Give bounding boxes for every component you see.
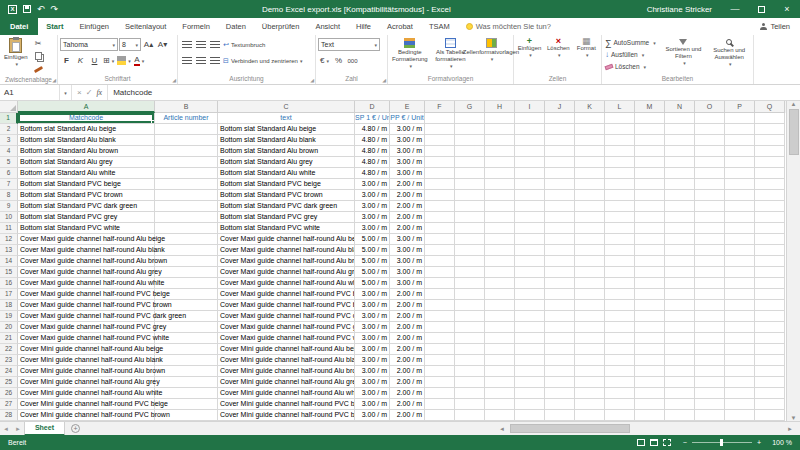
column-header-K[interactable]: K <box>575 101 605 113</box>
row-header-15[interactable]: 15 <box>0 267 18 278</box>
cell-J7[interactable] <box>545 179 575 190</box>
cell-O9[interactable] <box>695 201 725 212</box>
cell-E24[interactable]: 2.00 / m <box>390 366 425 377</box>
cell-F6[interactable] <box>425 168 455 179</box>
sheet-tab-sheet[interactable]: Sheet <box>24 422 65 436</box>
cell-I8[interactable] <box>515 190 545 201</box>
tell-me-box[interactable]: Was möchten Sie tun? <box>458 22 559 31</box>
cell-P26[interactable] <box>725 388 755 399</box>
cell-A25[interactable]: Cover Mini guide channel half-round Alu … <box>18 377 155 388</box>
cell-G27[interactable] <box>455 399 485 410</box>
cell-H9[interactable] <box>485 201 515 212</box>
cell-O28[interactable] <box>695 410 725 421</box>
cell-P25[interactable] <box>725 377 755 388</box>
cell-F7[interactable] <box>425 179 455 190</box>
cell-C20[interactable]: Cover Maxi guide channel half-round PVC … <box>218 322 355 333</box>
cell-C11[interactable]: Bottom slat Standard PVC white <box>218 223 355 234</box>
cell-K19[interactable] <box>575 311 605 322</box>
row-header-5[interactable]: 5 <box>0 157 18 168</box>
cell-H21[interactable] <box>485 333 515 344</box>
cell-N7[interactable] <box>665 179 695 190</box>
borders-icon[interactable]: ⊞▾ <box>102 55 115 67</box>
cell-J13[interactable] <box>545 245 575 256</box>
cell-G17[interactable] <box>455 289 485 300</box>
cell-H1[interactable] <box>485 113 515 124</box>
cell-K3[interactable] <box>575 135 605 146</box>
cell-G13[interactable] <box>455 245 485 256</box>
cell-Q3[interactable] <box>755 135 785 146</box>
cell-A9[interactable]: Bottom slat Standard PVC dark green <box>18 201 155 212</box>
cell-Q1[interactable] <box>755 113 785 124</box>
cell-H6[interactable] <box>485 168 515 179</box>
column-header-B[interactable]: B <box>155 101 218 113</box>
cell-O24[interactable] <box>695 366 725 377</box>
cell-Q18[interactable] <box>755 300 785 311</box>
cell-M2[interactable] <box>635 124 665 135</box>
cell-K23[interactable] <box>575 355 605 366</box>
cell-M14[interactable] <box>635 256 665 267</box>
cell-C26[interactable]: Cover Mini guide channel half-round Alu … <box>218 388 355 399</box>
cell-K9[interactable] <box>575 201 605 212</box>
cell-A13[interactable]: Cover Maxi guide channel half-round Alu … <box>18 245 155 256</box>
close-button[interactable]: × <box>774 0 800 18</box>
cell-D24[interactable]: 3.00 / m <box>355 366 390 377</box>
cell-N12[interactable] <box>665 234 695 245</box>
number-format-select[interactable]: Text▾ <box>318 38 380 51</box>
cell-C16[interactable]: Cover Maxi guide channel half-round Alu … <box>218 278 355 289</box>
cell-C3[interactable]: Bottom slat Standard Alu blank <box>218 135 355 146</box>
cell-L10[interactable] <box>605 212 635 223</box>
cell-A10[interactable]: Bottom slat Standard PVC grey <box>18 212 155 223</box>
cell-G23[interactable] <box>455 355 485 366</box>
cell-H11[interactable] <box>485 223 515 234</box>
cell-F1[interactable] <box>425 113 455 124</box>
cell-K4[interactable] <box>575 146 605 157</box>
bold-button[interactable]: F <box>60 55 73 67</box>
cell-I28[interactable] <box>515 410 545 421</box>
new-sheet-button[interactable]: + <box>71 424 80 433</box>
cell-I10[interactable] <box>515 212 545 223</box>
cell-K20[interactable] <box>575 322 605 333</box>
cell-M27[interactable] <box>635 399 665 410</box>
cell-L23[interactable] <box>605 355 635 366</box>
zoom-slider-thumb[interactable] <box>720 439 723 446</box>
name-box-dropdown-icon[interactable]: ▾ <box>60 85 72 100</box>
cell-G12[interactable] <box>455 234 485 245</box>
cell-N15[interactable] <box>665 267 695 278</box>
cell-D20[interactable]: 3.00 / m <box>355 322 390 333</box>
cell-H27[interactable] <box>485 399 515 410</box>
cell-C24[interactable]: Cover Mini guide channel half-round Alu … <box>218 366 355 377</box>
cell-Q16[interactable] <box>755 278 785 289</box>
tab-überprüfen[interactable]: Überprüfen <box>254 18 308 35</box>
cell-Q17[interactable] <box>755 289 785 300</box>
cell-F19[interactable] <box>425 311 455 322</box>
cell-P2[interactable] <box>725 124 755 135</box>
cell-O16[interactable] <box>695 278 725 289</box>
cell-D26[interactable]: 3.00 / m <box>355 388 390 399</box>
cell-L26[interactable] <box>605 388 635 399</box>
cell-H2[interactable] <box>485 124 515 135</box>
cell-F13[interactable] <box>425 245 455 256</box>
save-icon[interactable] <box>23 5 31 13</box>
cell-N28[interactable] <box>665 410 695 421</box>
find-select-button[interactable]: Suchen und Auswählen▾ <box>707 37 751 69</box>
cell-N18[interactable] <box>665 300 695 311</box>
cell-H10[interactable] <box>485 212 515 223</box>
cell-Q2[interactable] <box>755 124 785 135</box>
cell-N1[interactable] <box>665 113 695 124</box>
cell-C4[interactable]: Bottom slat Standard Alu brown <box>218 146 355 157</box>
redo-icon[interactable]: ↷ <box>51 0 59 18</box>
cell-G21[interactable] <box>455 333 485 344</box>
row-header-20[interactable]: 20 <box>0 322 18 333</box>
cell-G24[interactable] <box>455 366 485 377</box>
cell-H16[interactable] <box>485 278 515 289</box>
cell-E4[interactable]: 3.00 / m <box>390 146 425 157</box>
column-header-E[interactable]: E <box>390 101 425 113</box>
cell-E7[interactable]: 2.00 / m <box>390 179 425 190</box>
column-header-O[interactable]: O <box>695 101 725 113</box>
font-dialog-launcher[interactable]: ◢ <box>172 77 176 83</box>
align-middle-icon[interactable] <box>194 39 207 51</box>
row-header-10[interactable]: 10 <box>0 212 18 223</box>
cell-C5[interactable]: Bottom slat Standard Alu grey <box>218 157 355 168</box>
cell-F21[interactable] <box>425 333 455 344</box>
cell-O2[interactable] <box>695 124 725 135</box>
